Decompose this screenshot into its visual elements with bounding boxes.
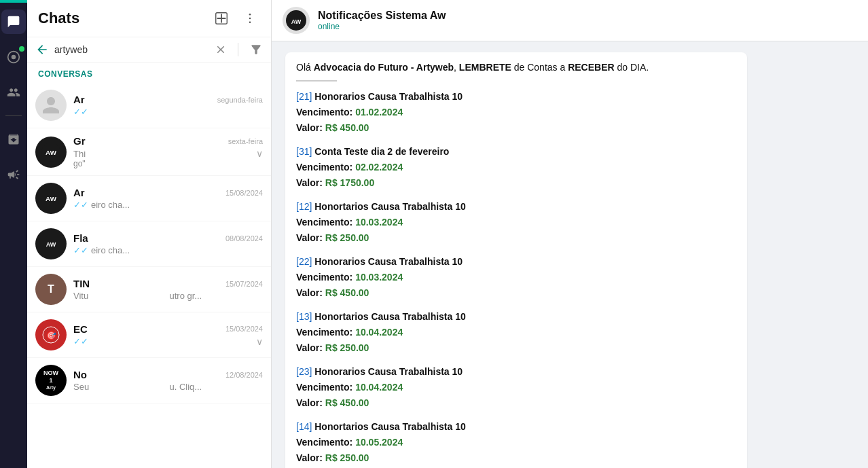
chat-info: EC 15/03/2024 ✓✓ ∨: [73, 323, 263, 347]
chat-name: Fla: [73, 232, 88, 244]
chat-item[interactable]: T TIN 15/07/2024 Vitu utro gr...: [27, 267, 271, 312]
avatar: [35, 90, 67, 121]
check-marks: ✓✓: [73, 245, 88, 255]
chat-time: 15/03/2024: [225, 325, 263, 333]
entry-valor: Valor: R$ 1750.00: [296, 176, 736, 190]
page-title: Chats: [38, 10, 79, 27]
valor-label: Valor:: [296, 122, 323, 133]
chat-item[interactable]: Ar segunda-feira ✓✓: [27, 83, 271, 128]
vencimento-value: 02.02.2024: [355, 162, 403, 173]
search-input-wrap: [54, 44, 209, 55]
chat-preview: Vitu: [73, 291, 167, 301]
chat-name: TIN: [73, 278, 90, 289]
msg-entry: [14] Honortarios Causa Trabalhista 10 Ve…: [296, 420, 736, 465]
receber-text: RECEBER: [568, 62, 614, 73]
entry-vencimento: Vencimento: 10.04.2024: [296, 325, 736, 340]
entry-valor: Valor: R$ 250.00: [296, 231, 736, 245]
entry-title: Honorarios Causa Trabalhista 10: [314, 256, 463, 267]
entry-title: Honorarios Causa Trabalhista 10: [314, 91, 463, 102]
entry-title: Honorarios Causa Trabalhista 10: [314, 366, 463, 377]
lembrete-text: LEMBRETE: [459, 62, 511, 73]
chat-item[interactable]: 🎯 EC 15/03/2024 ✓✓ ∨: [27, 312, 271, 358]
vencimento-label: Vencimento:: [296, 107, 352, 118]
search-back-button[interactable]: [35, 43, 49, 56]
header-icons: [211, 8, 260, 29]
messages-area: Olá Advocacia do Futuro - Artyweb, LEMBR…: [272, 41, 868, 468]
sidebar-icon-status[interactable]: [1, 45, 26, 69]
valor-label: Valor:: [296, 287, 323, 298]
chat-item[interactable]: AW Fla 08/08/2024 ✓✓ eiro cha...: [27, 221, 271, 267]
entry-vencimento: Vencimento: 10.04.2024: [296, 380, 736, 395]
vencimento-label: Vencimento:: [296, 162, 352, 173]
entry-id: [12]: [296, 201, 312, 212]
vencimento-value: 10.04.2024: [355, 382, 403, 393]
entry-title-line: [31] Conta Teste dia 2 de fevereiro: [296, 145, 736, 159]
company-name: Advocacia do Futuro - Artyweb: [314, 62, 454, 73]
valor-label: Valor:: [296, 342, 323, 353]
search-bar: [27, 37, 271, 62]
valor-value: R$ 250.00: [325, 232, 369, 243]
entry-valor: Valor: R$ 450.00: [296, 396, 736, 410]
chat-preview: Thi: [73, 149, 162, 159]
chat-list-panel: Chats CONVERSAS: [27, 0, 272, 468]
check-marks: ✓✓: [73, 200, 88, 210]
vencimento-label: Vencimento:: [296, 217, 352, 228]
chat-info: Ar 15/08/2024 ✓✓ eiro cha...: [73, 187, 263, 210]
svg-text:AW: AW: [46, 195, 57, 202]
valor-label: Valor:: [296, 177, 323, 188]
valor-label: Valor:: [296, 397, 323, 408]
entry-title-line: [21] Honorarios Causa Trabalhista 10: [296, 90, 736, 104]
sub-preview: go": [73, 159, 263, 168]
contact-status: online: [318, 22, 857, 31]
svg-point-5: [249, 22, 251, 24]
expand-icon: ∨: [256, 336, 263, 347]
chat-time: segunda-feira: [217, 96, 263, 104]
entry-id: [14]: [296, 421, 312, 432]
entry-vencimento: Vencimento: 01.02.2024: [296, 105, 736, 120]
entry-vencimento: Vencimento: 10.03.2024: [296, 215, 736, 230]
do-dia-text: do DIA.: [617, 62, 649, 73]
sidebar-icon-archive[interactable]: [1, 127, 26, 151]
avatar: NOW1Arty: [35, 365, 67, 396]
chat-item[interactable]: AW Gr sexta-feira Thi ∨ go": [27, 128, 271, 176]
chat-item[interactable]: AW Ar 15/08/2024 ✓✓ eiro cha...: [27, 176, 271, 221]
search-clear-button[interactable]: [215, 43, 227, 56]
search-filter-button[interactable]: [249, 43, 263, 56]
entry-title: Honortarios Causa Trabalhista 10: [314, 201, 466, 212]
entry-vencimento: Vencimento: 02.02.2024: [296, 160, 736, 175]
entry-valor: Valor: R$ 250.00: [296, 341, 736, 355]
vencimento-label: Vencimento:: [296, 272, 352, 283]
valor-value: R$ 450.00: [325, 397, 369, 408]
chat-item[interactable]: NOW1Arty No 12/08/2024 Seu u. Cliq...: [27, 358, 271, 403]
svg-point-4: [249, 18, 251, 20]
new-chat-button[interactable]: [211, 8, 232, 29]
chat-time: sexta-feira: [228, 137, 263, 145]
entry-valor: Valor: R$ 250.00: [296, 451, 736, 465]
entry-valor: Valor: R$ 450.00: [296, 121, 736, 135]
entry-title: Conta Teste dia 2 de fevereiro: [314, 146, 449, 157]
sidebar-icon-broadcast[interactable]: [1, 162, 26, 187]
sidebar-icon-chats[interactable]: [1, 10, 26, 34]
entry-vencimento: Vencimento: 10.05.2024: [296, 435, 736, 450]
conversations-label: CONVERSAS: [27, 62, 271, 83]
entry-vencimento: Vencimento: 10.03.2024: [296, 270, 736, 285]
message-separator: [296, 80, 337, 82]
msg-entry: [12] Honortarios Causa Trabalhista 10 Ve…: [296, 200, 736, 245]
entry-title-line: [13] Honortarios Causa Trabalhista 10: [296, 310, 736, 324]
msg-entry: [23] Honorarios Causa Trabalhista 10 Ven…: [296, 365, 736, 410]
check-marks: ✓✓: [73, 336, 88, 346]
chat-window-header: AW Notificações Sistema Aw online: [272, 0, 868, 41]
message-bubble: Olá Advocacia do Futuro - Artyweb, LEMBR…: [285, 52, 747, 468]
search-input[interactable]: [54, 44, 209, 55]
expand-icon: ∨: [256, 148, 263, 159]
contact-name: Notificações Sistema Aw: [318, 10, 857, 22]
subtitle-text: de Contas a: [514, 62, 566, 73]
chat-info: Fla 08/08/2024 ✓✓ eiro cha...: [73, 232, 263, 255]
chat-time: 12/08/2024: [225, 371, 263, 379]
menu-button[interactable]: [240, 8, 260, 29]
chat-window: AW Notificações Sistema Aw online Olá Ad…: [272, 0, 868, 468]
avatar: T: [35, 274, 67, 305]
valor-label: Valor:: [296, 452, 323, 463]
chat-time: 15/07/2024: [225, 280, 263, 288]
sidebar-icon-community[interactable]: [1, 80, 26, 105]
